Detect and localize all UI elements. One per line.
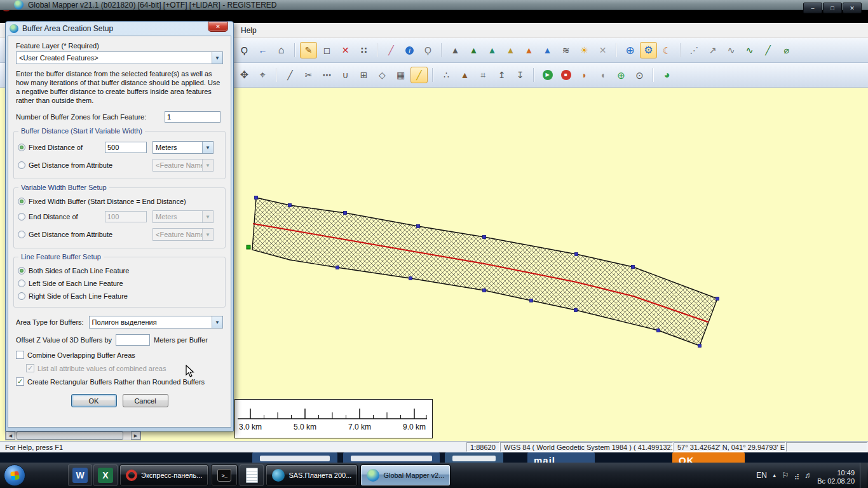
buffer-tool-icon[interactable]: ╱ bbox=[410, 67, 428, 83]
create-line-icon[interactable]: ╱ bbox=[281, 67, 299, 83]
sketch-curve-icon[interactable]: ∿ bbox=[722, 42, 740, 58]
create-grid-icon[interactable]: ▦ bbox=[392, 67, 409, 83]
wolf-icon[interactable]: ◖ bbox=[594, 67, 611, 83]
taskbar-notepad-button[interactable] bbox=[240, 464, 264, 486]
tray-expand-icon[interactable]: ▲ bbox=[772, 473, 777, 478]
dialog-close-button[interactable]: ✕ bbox=[208, 22, 228, 32]
sketch-dotted-line-icon[interactable]: ⋰ bbox=[686, 42, 703, 58]
stop-icon[interactable]: ■ bbox=[557, 67, 574, 83]
grid-3d-icon[interactable]: ⌗ bbox=[475, 67, 492, 83]
fixed-distance-radio[interactable] bbox=[18, 144, 25, 151]
globe-day-night-icon[interactable]: ☾ bbox=[658, 42, 675, 58]
variable-attribute-radio[interactable] bbox=[18, 231, 25, 238]
edit-vertices-icon[interactable]: ∷ bbox=[355, 42, 372, 58]
add-feature-icon[interactable]: ⊕ bbox=[613, 67, 630, 83]
taskbar-sas-button[interactable]: SAS.Планета 200... bbox=[266, 464, 358, 486]
offset-z-input[interactable] bbox=[116, 334, 150, 346]
dialog-titlebar[interactable]: Buffer Area Creation Setup bbox=[6, 22, 233, 36]
create-points-icon[interactable]: ∴ bbox=[438, 67, 455, 83]
taskbar-excel-button[interactable]: X bbox=[93, 464, 118, 486]
sketch-circle-line-icon[interactable]: ⌀ bbox=[778, 42, 795, 58]
digitizer-pencil-icon[interactable]: ✎ bbox=[300, 42, 317, 58]
distance-attribute-radio[interactable] bbox=[18, 161, 25, 169]
tray-clock[interactable]: 10:49 Вс 02.08.20 bbox=[817, 465, 855, 485]
close-button[interactable]: ✕ bbox=[843, 3, 862, 13]
scroll-right-arrow[interactable]: ▶ bbox=[131, 431, 140, 440]
raise-elevation-icon[interactable]: ↥ bbox=[493, 67, 510, 83]
contour-lines-icon[interactable]: ≋ bbox=[557, 42, 574, 58]
hill-shade-icon[interactable]: ☀ bbox=[576, 42, 593, 58]
both-sides-radio[interactable] bbox=[18, 267, 25, 274]
taskbar-console-button[interactable]: >_ bbox=[211, 464, 238, 486]
water-level-icon[interactable]: ▲ bbox=[539, 42, 556, 58]
snapshot-icon[interactable]: ⊙ bbox=[631, 67, 648, 83]
search-layers-icon[interactable]: Ϙ bbox=[419, 42, 437, 58]
terrain-gray-icon[interactable]: ▲ bbox=[447, 42, 464, 58]
move-feature-icon[interactable]: ✥ bbox=[236, 67, 253, 83]
show-desktop-button[interactable] bbox=[860, 463, 867, 488]
play-icon[interactable]: ▶ bbox=[539, 67, 556, 83]
scrollbar-track[interactable] bbox=[15, 431, 131, 440]
action-center-flag-icon[interactable]: ⚐ bbox=[782, 471, 789, 480]
select-vertex-icon[interactable]: ⌖ bbox=[254, 67, 271, 83]
buffer-distance-group: Buffer Distance (Start if Variable Width… bbox=[13, 131, 226, 179]
end-distance-units-select[interactable]: Meters ▼ bbox=[153, 210, 214, 223]
terrain-tan-icon[interactable]: ▲ bbox=[502, 42, 519, 58]
volume-icon[interactable]: ♬ bbox=[804, 471, 812, 480]
end-distance-input[interactable] bbox=[105, 211, 147, 222]
ok-button[interactable]: OK bbox=[71, 394, 117, 407]
sketch-green-curve-icon[interactable]: ∿ bbox=[741, 42, 758, 58]
split-feature-icon[interactable]: ✂ bbox=[300, 67, 317, 83]
distance-attribute-select[interactable]: <Feature Name> ▼ bbox=[153, 159, 214, 172]
peak-marker-icon[interactable]: ▲ bbox=[456, 67, 473, 83]
color-relief-icon[interactable]: ▲ bbox=[520, 42, 538, 58]
sketch-arrow-line-icon[interactable]: ↗ bbox=[704, 42, 721, 58]
home-icon[interactable]: ⌂ bbox=[273, 42, 290, 58]
terrain-teal-icon[interactable]: ▲ bbox=[484, 42, 501, 58]
fixed-distance-input[interactable] bbox=[105, 142, 147, 153]
copy-feature-icon[interactable]: ⊞ bbox=[355, 67, 372, 83]
zoom-icon[interactable]: Ϙ bbox=[236, 42, 253, 58]
globe-chart-icon[interactable]: ◕ bbox=[658, 67, 675, 83]
feature-layer-select[interactable]: <User Created Features> ▼ bbox=[16, 51, 223, 64]
zones-input[interactable] bbox=[165, 111, 220, 123]
language-indicator[interactable]: EN bbox=[756, 471, 767, 480]
end-distance-radio[interactable] bbox=[18, 213, 25, 220]
create-polygon-icon[interactable]: ◇ bbox=[374, 67, 391, 83]
feature-info-icon[interactable]: i bbox=[401, 42, 418, 58]
menu-item-help[interactable]: Help bbox=[236, 25, 261, 36]
network-icon[interactable]: ⣴ bbox=[794, 471, 799, 480]
cancel-button[interactable]: Cancel bbox=[123, 394, 168, 407]
fox-icon[interactable]: ◗ bbox=[576, 67, 593, 83]
select-features-icon[interactable]: ◻ bbox=[318, 42, 336, 58]
rectangular-checkbox[interactable]: ✓ bbox=[16, 377, 24, 386]
terrain-green-icon[interactable]: ▲ bbox=[465, 42, 482, 58]
fixed-distance-units-select[interactable]: Meters ▼ bbox=[153, 141, 214, 154]
delete-features-icon[interactable]: ✕ bbox=[337, 42, 354, 58]
measure-icon[interactable]: ╱ bbox=[383, 42, 400, 58]
combine-checkbox[interactable] bbox=[16, 351, 24, 359]
taskbar-word-button[interactable]: W bbox=[68, 464, 92, 486]
maximize-button[interactable]: □ bbox=[823, 3, 842, 13]
area-type-select[interactable]: Полигон выделения ▼ bbox=[89, 316, 223, 329]
start-button[interactable] bbox=[4, 464, 25, 486]
combine-lines-icon[interactable]: ∪ bbox=[337, 67, 354, 83]
horizontal-scrollbar[interactable]: ◀ ▶ bbox=[5, 431, 141, 440]
clear-terrain-icon[interactable]: ✕ bbox=[594, 42, 611, 58]
scrollbar-thumb[interactable] bbox=[17, 431, 123, 440]
left-side-radio[interactable] bbox=[18, 280, 25, 287]
right-side-radio[interactable] bbox=[18, 292, 25, 300]
list-attributes-checkbox[interactable]: ✓ bbox=[26, 364, 34, 372]
minimize-button[interactable]: – bbox=[803, 3, 822, 13]
sketch-green-line-icon[interactable]: ╱ bbox=[759, 42, 776, 58]
globe-3d-view-icon[interactable]: ⊕ bbox=[621, 42, 639, 58]
variable-attribute-select[interactable]: <Feature Name> ▼ bbox=[153, 228, 214, 241]
scroll-left-arrow[interactable]: ◀ bbox=[6, 431, 15, 440]
taskbar-global-mapper-button[interactable]: Global Mapper v2... bbox=[360, 464, 451, 486]
vertex-path-icon[interactable]: ⋯ bbox=[318, 67, 336, 83]
fixed-width-radio[interactable] bbox=[18, 198, 25, 205]
back-arrow-icon[interactable]: ← bbox=[254, 42, 271, 58]
taskbar-opera-button[interactable]: Экспресс-панель... bbox=[119, 464, 208, 486]
globe-settings-icon[interactable]: ⚙ bbox=[640, 42, 657, 58]
lower-elevation-icon[interactable]: ↧ bbox=[512, 67, 529, 83]
